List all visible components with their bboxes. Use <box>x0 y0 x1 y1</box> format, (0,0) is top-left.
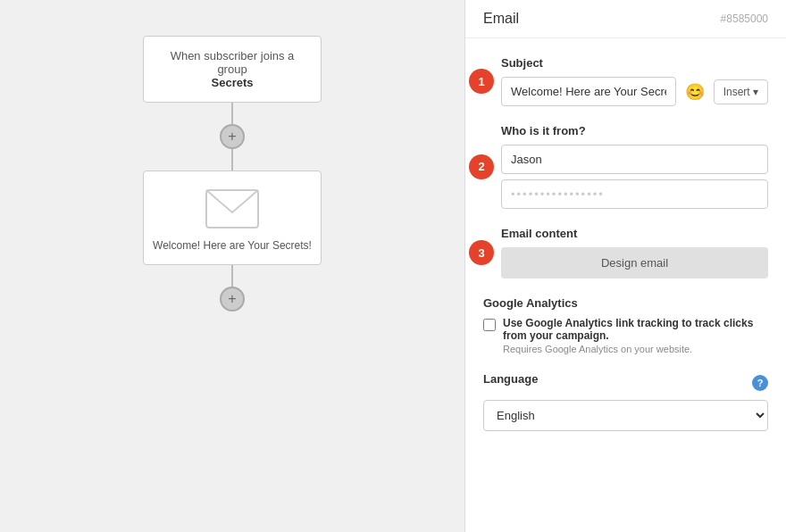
trigger-group: Secrets <box>162 76 303 89</box>
ga-text: Use Google Analytics link tracking to tr… <box>503 317 768 354</box>
language-section: Language ? English French Spanish German… <box>483 372 768 431</box>
design-email-button[interactable]: Design email <box>501 247 768 278</box>
language-label: Language <box>483 372 538 386</box>
trigger-node: When subscriber joins a group Secrets <box>143 36 322 103</box>
from-label: Who is it from? <box>501 124 768 137</box>
language-select[interactable]: English French Spanish German Portuguese <box>483 400 768 431</box>
connector-3 <box>231 265 233 287</box>
ga-checkbox[interactable] <box>483 319 496 331</box>
from-name-input[interactable] <box>501 145 768 174</box>
connector-1 <box>231 103 233 124</box>
connector-2 <box>231 149 233 170</box>
email-content-section: 3 Email content Design email <box>483 227 768 278</box>
step-badge-2: 2 <box>469 154 494 179</box>
panel-title: Email <box>483 11 519 27</box>
add-button-2[interactable]: + <box>220 287 245 312</box>
add-button-1[interactable]: + <box>220 124 245 149</box>
email-node[interactable]: Welcome! Here are Your Secrets! <box>143 170 322 265</box>
step-badge-3: 3 <box>469 240 494 265</box>
right-header: Email #8585000 <box>465 0 786 38</box>
step-badge-1: 1 <box>469 69 494 94</box>
subject-row: 😊 Insert ▾ <box>501 77 768 106</box>
ga-title: Google Analytics <box>483 296 768 310</box>
subject-label: Subject <box>501 56 768 70</box>
panel-id: #8585000 <box>721 12 768 25</box>
envelope-icon <box>205 189 259 229</box>
right-body: 1 Subject 😊 Insert ▾ 2 Who is it from? 3… <box>465 38 786 532</box>
from-email-input[interactable] <box>501 179 768 209</box>
left-panel: When subscriber joins a group Secrets + … <box>0 0 464 532</box>
ga-note-text: Requires Google Analytics on your websit… <box>503 344 768 354</box>
insert-button[interactable]: Insert ▾ <box>714 79 768 104</box>
from-section: 2 Who is it from? <box>483 124 768 209</box>
email-content-label: Email content <box>501 227 768 240</box>
language-header: Language ? <box>483 372 768 393</box>
subject-section: 1 Subject 😊 Insert ▾ <box>483 56 768 106</box>
ga-bold-text: Use Google Analytics link tracking to tr… <box>503 317 768 342</box>
right-panel: Email #8585000 1 Subject 😊 Insert ▾ 2 Wh… <box>464 0 786 532</box>
email-node-label: Welcome! Here are Your Secrets! <box>153 239 312 252</box>
emoji-button[interactable]: 😊 <box>681 82 708 102</box>
ga-row: Use Google Analytics link tracking to tr… <box>483 317 768 354</box>
google-analytics-section: Google Analytics Use Google Analytics li… <box>483 296 768 354</box>
help-icon[interactable]: ? <box>752 375 768 391</box>
trigger-label: When subscriber joins a group <box>162 49 303 76</box>
subject-input[interactable] <box>501 77 676 106</box>
